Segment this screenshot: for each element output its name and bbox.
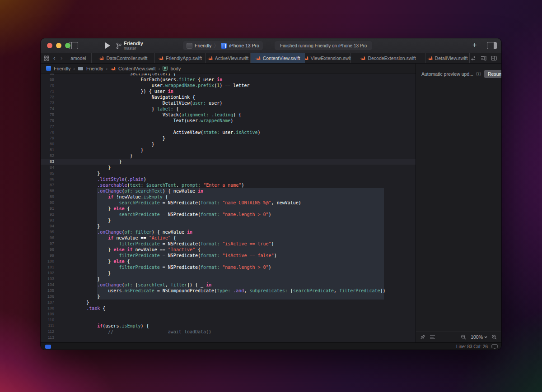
code-text: .onChange(of: filter) { newValue in (65, 229, 192, 235)
zoom-level-dropdown[interactable]: 100% (471, 334, 487, 340)
tab-activeview-swift[interactable]: ActiveView.swift (206, 53, 251, 63)
code-line-92[interactable]: 92 searchPredicate = NSPredicate(format:… (41, 212, 416, 217)
breadcrumb-scope[interactable]: body (170, 66, 181, 71)
code-line-78[interactable]: 78 ActiveView(state: user.isActive) (41, 129, 416, 135)
code-line-69[interactable]: 69 ForEach(users.filter { user in (41, 77, 416, 83)
sidebar-toggle-icon[interactable] (69, 42, 78, 49)
code-text: VStack(alignment: .leading) { (65, 112, 241, 118)
nav-history-icon[interactable] (470, 55, 476, 61)
editor-layout-icon[interactable] (487, 42, 497, 49)
code-line-107[interactable]: 107 } (41, 300, 416, 305)
code-line-80[interactable]: 80 } (41, 141, 416, 147)
close-window-icon[interactable] (47, 43, 52, 48)
code-line-68[interactable]: 68 Section(letter) { (41, 74, 416, 77)
list-lines-icon[interactable] (430, 335, 435, 340)
line-number: 111 (41, 323, 54, 329)
code-line-98[interactable]: 98 } else if newValue == "Inactive" { (41, 247, 416, 253)
code-line-89[interactable]: 89 if !newValue.isEmpty { (41, 194, 416, 200)
line-number: 101 (41, 264, 54, 270)
code-line-96[interactable]: 96 if newValue == "Active" { (41, 235, 416, 241)
code-line-108[interactable]: 108 .task { (41, 305, 416, 311)
scheme-project[interactable]: Friendly (195, 43, 211, 48)
code-line-93[interactable]: 93 } (41, 217, 416, 223)
code-line-87[interactable]: 87 .searchable(text: $searchText, prompt… (41, 182, 416, 188)
code-line-71[interactable]: 71 }) { user in (41, 88, 416, 94)
code-line-104[interactable]: 104 .onChange(of: [searchText, filter]) … (41, 282, 416, 288)
tab-amodel[interactable]: amodel (65, 53, 92, 63)
tab-decodeextension-swift[interactable]: DecodeExtension.swift (351, 53, 425, 63)
code-text: if(users.isEmpty) { (65, 323, 149, 329)
tab-viewextension-swift[interactable]: ViewExtension.swift (305, 53, 351, 63)
tab-contentview-swift[interactable]: ContentView.swift (251, 53, 305, 63)
code-text: filterPredicate = NSPredicate(format: "n… (65, 264, 271, 270)
code-line-75[interactable]: 75 VStack(alignment: .leading) { (41, 112, 416, 118)
code-line-77[interactable]: 77 (41, 124, 416, 129)
code-line-101[interactable]: 101 filterPredicate = NSPredicate(format… (41, 264, 416, 270)
zoom-out-icon[interactable] (461, 334, 467, 340)
code-line-91[interactable]: 91 } else { (41, 206, 416, 212)
code-line-88[interactable]: 88 .onChange(of: searchText) { newValue … (41, 188, 416, 194)
tab-detailview-swift[interactable]: DetailView.swift (425, 53, 470, 63)
code-line-79[interactable]: 79 } (41, 135, 416, 141)
code-line-100[interactable]: 100 } else { (41, 258, 416, 264)
line-number: 91 (41, 206, 54, 212)
running-indicator-icon[interactable] (45, 345, 51, 349)
code-line-90[interactable]: 90 searchPredicate = NSPredicate(format:… (41, 200, 416, 206)
code-line-113[interactable]: 113 (41, 335, 416, 341)
code-line-109[interactable]: 109 (41, 311, 416, 317)
code-line-82[interactable]: 82 } (41, 153, 416, 159)
code-line-99[interactable]: 99 filterPredicate = NSPredicate(format:… (41, 253, 416, 258)
code-line-81[interactable]: 81 } (41, 147, 416, 153)
display-icon[interactable] (491, 344, 498, 349)
code-text: if newValue == "Active" { (65, 235, 176, 241)
line-number: 79 (41, 135, 54, 141)
breadcrumb-file[interactable]: ContentView.swift (118, 66, 156, 71)
code-line-72[interactable]: 72 NavigationLink { (41, 94, 416, 100)
code-line-74[interactable]: 74 } label: { (41, 106, 416, 112)
code-editor[interactable]: 68 Section(letter) {69 ForEach(users.fil… (41, 74, 416, 342)
code-text: } (65, 223, 100, 229)
scheme-device[interactable]: iPhone 13 Pro (229, 43, 259, 48)
code-line-70[interactable]: 70 user.wrappedName.prefix(1) == letter (41, 83, 416, 88)
line-number: 77 (41, 124, 54, 129)
code-line-111[interactable]: 111 if(users.isEmpty) { (41, 323, 416, 329)
code-line-83[interactable]: 83 } (41, 159, 416, 165)
pin-icon[interactable] (420, 334, 425, 340)
info-icon[interactable]: ⓘ (476, 72, 481, 77)
code-line-85[interactable]: 85 } (41, 171, 416, 176)
tab-datacontroller-swift[interactable]: DataController.swift (92, 53, 155, 63)
line-number: 107 (41, 300, 54, 305)
run-button[interactable] (105, 42, 110, 49)
tab-label: DecodeExtension.swift (368, 55, 416, 61)
code-line-112[interactable]: 112 // await loadData() (41, 329, 416, 335)
minimap-icon[interactable] (481, 55, 486, 61)
navigate-forward-icon[interactable]: › (61, 54, 62, 63)
code-text: } (65, 141, 154, 147)
code-line-105[interactable]: 105 users.nsPredicate = NSCompoundPredic… (41, 288, 416, 294)
code-line-110[interactable]: 110 (41, 317, 416, 323)
navigate-back-icon[interactable]: ‹ (53, 54, 55, 63)
code-line-106[interactable]: 106 } (41, 294, 416, 300)
code-line-84[interactable]: 84 } (41, 165, 416, 171)
code-line-95[interactable]: 95 .onChange(of: filter) { newValue in (41, 229, 416, 235)
code-line-94[interactable]: 94 } (41, 223, 416, 229)
code-line-73[interactable]: 73 DetailView(user: user) (41, 100, 416, 106)
code-line-97[interactable]: 97 filterPredicate = NSPredicate(format:… (41, 241, 416, 247)
breadcrumb-project[interactable]: Friendly (54, 66, 70, 71)
minimize-window-icon[interactable] (56, 43, 61, 48)
tab-friendlyapp-swift[interactable]: FriendlyApp.swift (155, 53, 206, 63)
tab-overview-icon[interactable] (44, 55, 49, 61)
code-line-86[interactable]: 86 .listStyle(.plain) (41, 176, 416, 182)
zoom-in-icon[interactable] (491, 334, 497, 340)
code-line-76[interactable]: 76 Text(user.wrappedName) (41, 118, 416, 124)
new-tab-button[interactable]: + (472, 41, 477, 50)
zoom-level-value: 100% (471, 334, 483, 340)
add-editor-icon[interactable] (491, 55, 497, 61)
scheme-selector[interactable]: Friendly 〉 iPhone 13 Pro (183, 41, 263, 50)
code-line-103[interactable]: 103 } (41, 276, 416, 282)
code-line-102[interactable]: 102 } (41, 270, 416, 276)
breadcrumb-group[interactable]: Friendly (86, 66, 103, 71)
code-text: } else { (65, 258, 130, 264)
swift-file-icon (110, 66, 116, 71)
resume-button[interactable]: Resume (484, 70, 501, 78)
